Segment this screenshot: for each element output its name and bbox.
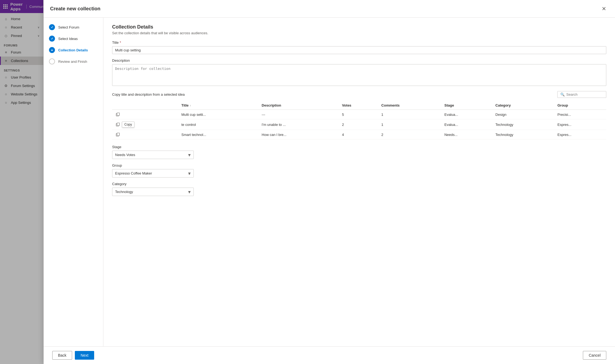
row-group: Precisi...: [555, 110, 606, 119]
group-select[interactable]: Espresso Coffee Maker Precision Brewer: [112, 169, 194, 178]
step-label-details: Collection Details: [58, 48, 88, 52]
title-input[interactable]: [112, 46, 606, 54]
table-row: Copy te control I'm unable to ... 2 1 Ev…: [112, 119, 606, 130]
copy-label: Copy title and description from a select…: [112, 92, 185, 97]
svg-rect-3: [117, 123, 119, 126]
step-circle-forum: ✓: [49, 24, 55, 30]
col-votes: Votes: [339, 101, 379, 110]
row-comments: 1: [379, 110, 442, 119]
steps-panel: ✓ Select Forum ✓ Select Ideas ● Collecti…: [44, 18, 103, 346]
row-copy-cell: Copy: [112, 119, 179, 130]
content-panel: Collection Details Set the collection de…: [103, 18, 615, 346]
row-copy-cell: [112, 110, 179, 119]
svg-rect-1: [117, 113, 119, 116]
back-button[interactable]: Back: [52, 351, 72, 360]
row-votes: 4: [339, 130, 379, 139]
row-stage: Evalua...: [442, 119, 493, 130]
cancel-button[interactable]: Cancel: [583, 351, 606, 360]
col-category: Category: [493, 101, 555, 110]
col-comments: Comments: [379, 101, 442, 110]
row-stage: Evalua...: [442, 110, 493, 119]
col-copy: [112, 101, 179, 110]
stage-label: Stage: [112, 145, 606, 149]
step-collection-details: ● Collection Details: [49, 47, 98, 53]
step-select-ideas: ✓ Select Ideas: [49, 36, 98, 42]
row-category: Design: [493, 110, 555, 119]
section-subtitle: Set the collection details that will be …: [112, 31, 606, 35]
col-description: Description: [259, 101, 339, 110]
search-icon: 🔍: [560, 92, 565, 97]
row-votes: 5: [339, 110, 379, 119]
row-votes: 2: [339, 119, 379, 130]
row-description: ---: [259, 110, 339, 119]
stage-form-group: Stage Needs Votes Under Review Planned C…: [112, 145, 606, 159]
step-circle-details: ●: [49, 47, 55, 53]
section-title: Collection Details: [112, 24, 606, 30]
stage-select[interactable]: Needs Votes Under Review Planned Complet…: [112, 151, 194, 159]
col-stage: Stage: [442, 101, 493, 110]
dialog-footer: Back Next Cancel: [44, 346, 615, 364]
category-select[interactable]: Technology Design Feature Request: [112, 188, 194, 196]
stage-select-wrapper: Needs Votes Under Review Planned Complet…: [112, 151, 194, 159]
description-form-group: Description: [112, 58, 606, 87]
title-form-group: Title *: [112, 41, 606, 54]
next-button[interactable]: Next: [75, 351, 94, 360]
row-comments: 2: [379, 130, 442, 139]
copy-section-header: Copy title and description from a select…: [112, 91, 606, 98]
footer-left-buttons: Back Next: [52, 351, 94, 360]
copy-button[interactable]: [115, 112, 121, 117]
description-textarea[interactable]: [112, 64, 606, 86]
row-category: Technology: [493, 119, 555, 130]
step-circle-review: [49, 58, 55, 64]
category-label: Category: [112, 182, 606, 186]
table-row: Smart technol... How can I bre... 4 2 Ne…: [112, 130, 606, 139]
copy-tooltip: Copy: [122, 122, 134, 127]
table-row: Multi cup setti... --- 5 1 Evalua... Des…: [112, 110, 606, 119]
step-circle-ideas: ✓: [49, 36, 55, 42]
search-input[interactable]: [566, 92, 603, 97]
description-label: Description: [112, 58, 606, 63]
title-label: Title *: [112, 41, 606, 45]
category-select-wrapper: Technology Design Feature Request: [112, 188, 194, 196]
dialog-header: Create new collection ✕: [44, 0, 615, 18]
copy-button[interactable]: [115, 132, 121, 137]
svg-rect-5: [117, 133, 119, 136]
row-title: Multi cup setti...: [179, 110, 259, 119]
copy-button[interactable]: [115, 122, 121, 127]
row-category: Technology: [493, 130, 555, 139]
close-button[interactable]: ✕: [599, 4, 608, 13]
step-label-forum: Select Forum: [58, 25, 79, 29]
row-comments: 1: [379, 119, 442, 130]
group-select-wrapper: Espresso Coffee Maker Precision Brewer: [112, 169, 194, 178]
dialog-overlay: Create new collection ✕ ✓ Select Forum ✓…: [0, 0, 615, 364]
col-group: Group: [555, 101, 606, 110]
ideas-table: Title ↑ Description Votes Comments Stage…: [112, 101, 606, 139]
group-form-group: Group Espresso Coffee Maker Precision Br…: [112, 163, 606, 178]
step-label-ideas: Select Ideas: [58, 37, 78, 41]
row-stage: Needs...: [442, 130, 493, 139]
row-title: te control: [179, 119, 259, 130]
row-description: I'm unable to ...: [259, 119, 339, 130]
search-box[interactable]: 🔍: [557, 91, 606, 98]
required-mark: *: [120, 41, 121, 45]
dialog-body: ✓ Select Forum ✓ Select Ideas ● Collecti…: [44, 18, 615, 346]
row-group: Espres...: [555, 119, 606, 130]
step-review-finish: Review and Finish: [49, 58, 98, 64]
row-copy-cell: [112, 130, 179, 139]
dialog-title: Create new collection: [50, 6, 100, 12]
group-label: Group: [112, 163, 606, 167]
create-collection-dialog: Create new collection ✕ ✓ Select Forum ✓…: [44, 0, 615, 364]
row-title: Smart technol...: [179, 130, 259, 139]
col-title: Title ↑: [179, 101, 259, 110]
sort-icon: ↑: [190, 104, 191, 107]
step-label-review: Review and Finish: [58, 60, 87, 64]
row-group: Espres...: [555, 130, 606, 139]
row-description: How can I bre...: [259, 130, 339, 139]
category-form-group: Category Technology Design Feature Reque…: [112, 182, 606, 196]
step-select-forum: ✓ Select Forum: [49, 24, 98, 30]
